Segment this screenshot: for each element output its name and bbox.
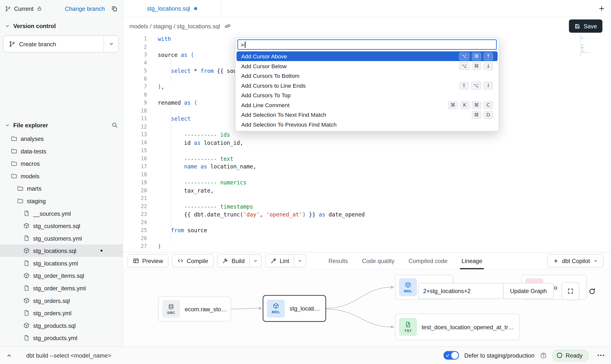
palette-item-label: Add Cursors to Line Ends: [241, 82, 306, 88]
palette-item[interactable]: Add Cursor Below⌥⌘↓: [236, 61, 498, 71]
help-icon[interactable]: [540, 352, 547, 359]
palette-item-label: Add Cursor Above: [241, 53, 287, 59]
line-number: 23: [123, 211, 147, 218]
code-line[interactable]: ---------- ids: [158, 131, 365, 139]
create-branch-dropdown[interactable]: [104, 36, 118, 52]
code-line[interactable]: name as location_name,: [158, 163, 365, 171]
file-item[interactable]: stg_order_items.yml: [0, 282, 123, 294]
line-number: 10: [123, 107, 147, 115]
palette-item[interactable]: Add Selection To Previous Find Match: [236, 119, 498, 129]
file-item[interactable]: stg_products.sql: [0, 319, 123, 332]
code-line[interactable]: ---------- numerics: [158, 179, 365, 186]
orbit-icon[interactable]: [224, 23, 231, 29]
lineage-node-model[interactable]: MDL stg_locations: [263, 295, 326, 322]
command-palette-input[interactable]: >: [237, 39, 497, 50]
code-line[interactable]: from source: [158, 227, 365, 234]
panel-tab-code-quality[interactable]: Code quality: [362, 257, 395, 264]
update-graph-button[interactable]: Update Graph: [503, 283, 554, 299]
file-item[interactable]: stg_customers.sql: [0, 219, 123, 232]
build-button[interactable]: Build: [217, 255, 250, 267]
palette-item[interactable]: Add Cursors To Bottom: [236, 71, 498, 81]
lint-dropdown[interactable]: [294, 255, 306, 267]
code-line[interactable]: [158, 195, 365, 202]
code-icon: [178, 258, 184, 264]
save-button[interactable]: Save: [569, 19, 602, 33]
file-item[interactable]: stg_locations.yml: [0, 257, 123, 269]
palette-item[interactable]: Add Cursor Above⌥⌘↑: [236, 51, 498, 61]
chevron-down-icon: [253, 258, 258, 264]
version-control-header[interactable]: Version control: [0, 17, 123, 29]
palette-item-label: Add Cursors To Top: [241, 92, 290, 98]
file-item[interactable]: data-tests: [0, 145, 123, 157]
panel-tab-compiled-code[interactable]: Compiled code: [409, 257, 448, 264]
overflow-menu-icon[interactable]: [597, 351, 605, 360]
toggle-knob: [451, 352, 458, 359]
code-line[interactable]: [158, 171, 365, 179]
file-item[interactable]: macros: [0, 157, 123, 170]
lineage-node-test[interactable]: TST test_does_location_opened_at_trunc_t…: [395, 314, 520, 340]
palette-item[interactable]: Add Line Comment⌘K⌘C: [236, 100, 498, 110]
search-icon[interactable]: [111, 122, 118, 129]
code-line[interactable]: id as location_id,: [158, 139, 365, 147]
copy-icon[interactable]: [111, 5, 118, 12]
line-number: 2: [123, 43, 147, 51]
lineage-node-source[interactable]: SRC ecom.raw_stores: [158, 297, 231, 321]
code-line[interactable]: [158, 234, 365, 242]
build-dropdown[interactable]: [250, 255, 261, 267]
file-explorer-section: File explorer analysesdata-testsmacrosmo…: [0, 117, 123, 344]
editor-tab[interactable]: stg_locations.sql: [123, 0, 221, 17]
file-item[interactable]: models: [0, 170, 123, 182]
lineage-selector-input[interactable]: 2+stg_locations+2: [418, 283, 503, 299]
panel-tabs: ResultsCode qualityCompiled codeLineage: [328, 257, 482, 264]
file-item[interactable]: stg_products.yml: [0, 331, 123, 344]
code-line[interactable]: [158, 218, 365, 226]
current-branch[interactable]: Current: [5, 5, 42, 12]
cli-command-text[interactable]: dbt build --select <model_name>: [26, 352, 111, 359]
file-item[interactable]: stg_order_items.sql: [0, 269, 123, 282]
dbt-cloud-ide: Current Change branch Version control Cr…: [0, 0, 611, 364]
line-number: 13: [123, 131, 147, 139]
file-explorer-header[interactable]: File explorer: [0, 117, 123, 129]
file-item[interactable]: analyses: [0, 132, 123, 145]
file-item[interactable]: marts: [0, 182, 123, 195]
tab-strip: stg_locations.sql: [123, 0, 611, 17]
create-branch-main[interactable]: Create branch: [3, 36, 104, 52]
code-line[interactable]: {{ dbt.date_trunc('day', 'opened_at') }}…: [158, 211, 365, 218]
code-line[interactable]: ---------- text: [158, 155, 365, 163]
code-line[interactable]: ---------- timestamps: [158, 203, 365, 211]
panel-tab-lineage[interactable]: Lineage: [462, 257, 482, 264]
new-tab-button[interactable]: [598, 5, 605, 11]
file-item[interactable]: __sources.yml: [0, 207, 123, 220]
line-number: 25: [123, 227, 147, 234]
palette-item[interactable]: Add Cursors To Top: [236, 90, 498, 100]
code-line[interactable]: tax_rate,: [158, 187, 365, 195]
refresh-button[interactable]: [585, 284, 599, 298]
file-item[interactable]: stg_locations.sql: [0, 244, 123, 257]
shortcut-keys: ⌥⌘↑: [459, 52, 493, 60]
palette-item[interactable]: Add Selection To Next Find Match⌘D: [236, 110, 498, 120]
ready-status[interactable]: Ready: [552, 349, 589, 361]
palette-item[interactable]: Add Cursors to Line Ends⇧⌥I: [236, 81, 498, 90]
lint-button[interactable]: Lint: [266, 255, 294, 267]
file-item[interactable]: stg_orders.yml: [0, 307, 123, 319]
file-item[interactable]: staging: [0, 195, 123, 207]
file-item[interactable]: stg_customers.yml: [0, 232, 123, 245]
preview-button[interactable]: Preview: [127, 254, 169, 267]
dbt-copilot-button[interactable]: dbt Copilot: [548, 254, 604, 267]
code-line[interactable]: ): [158, 243, 365, 250]
branch-header: Current Change branch: [0, 0, 123, 17]
panel-tab-results[interactable]: Results: [328, 257, 348, 264]
file-icon: [23, 310, 30, 316]
palette-list: Add Cursor Above⌥⌘↑Add Cursor Below⌥⌘↓Ad…: [236, 51, 498, 129]
fullscreen-button[interactable]: [561, 282, 579, 300]
status-bar: dbt build --select <model_name> Defer to…: [0, 347, 611, 364]
minimap[interactable]: [579, 35, 592, 56]
lineage-panel[interactable]: MDL locations atio SRC ecom.raw_stores: [123, 269, 611, 347]
chevron-up-icon[interactable]: [6, 352, 13, 359]
defer-toggle[interactable]: [443, 351, 459, 360]
change-branch-link[interactable]: Change branch: [65, 5, 105, 12]
lint-label: Lint: [280, 257, 289, 264]
compile-button[interactable]: Compile: [172, 254, 214, 267]
code-line[interactable]: [158, 147, 365, 155]
file-item[interactable]: stg_orders.sql: [0, 294, 123, 307]
